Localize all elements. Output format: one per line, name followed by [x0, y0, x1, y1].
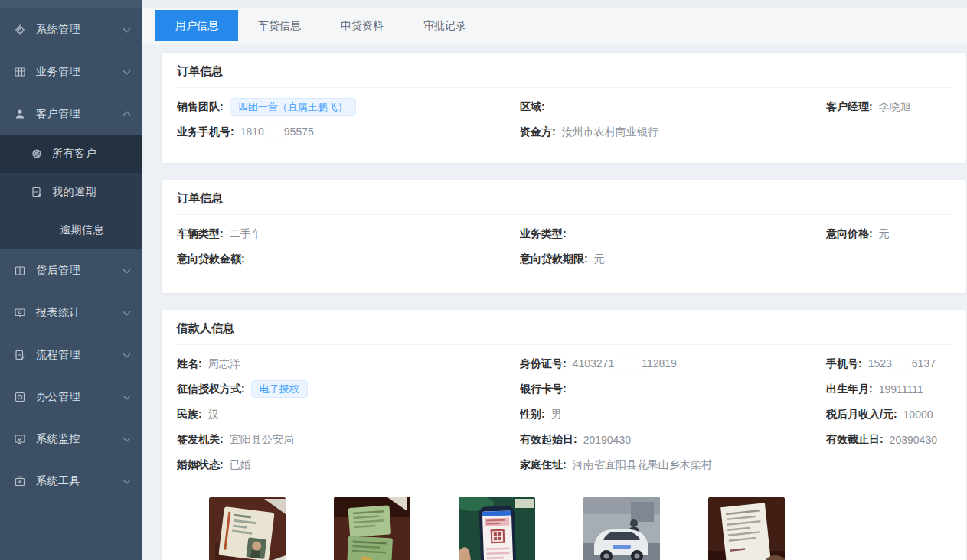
field-row: 民族: 汉 性别: 男 税后月收入/元: 10000	[177, 402, 951, 427]
sidebar-item-business-mgmt[interactable]: 业务管理	[0, 50, 142, 93]
sidebar-item-office-mgmt[interactable]: 办公管理	[0, 376, 142, 418]
sidebar-item-my-overdue[interactable]: 我的逾期	[0, 173, 142, 211]
field-label: 出生年月:	[826, 383, 873, 396]
sidebar-header-edge	[0, 0, 142, 8]
sidebar-item-label: 逾期信息	[60, 223, 129, 237]
sidebar-item-customer-mgmt[interactable]: 客户管理	[0, 93, 142, 135]
field-label: 征信授权方式:	[177, 383, 245, 396]
field-label: 业务手机号:	[177, 125, 234, 139]
field-value: 4103271112819	[573, 357, 677, 370]
sidebar-item-system-mgmt[interactable]: 系统管理	[0, 8, 142, 50]
book-icon	[14, 265, 26, 277]
field-label: 性别:	[520, 408, 545, 422]
field-label: 业务类型:	[520, 227, 567, 241]
id-card-photo[interactable]	[209, 497, 286, 560]
field-value: 19911111	[879, 383, 923, 396]
field-row: 车辆类型: 二手车 业务类型: 意向价格: 元	[177, 221, 951, 246]
chevron-down-icon	[123, 67, 131, 74]
monitor-icon	[14, 307, 26, 319]
paper-document-photo[interactable]	[708, 497, 785, 560]
sidebar-item-postloan-mgmt[interactable]: 贷后管理	[0, 249, 142, 291]
field-label: 客户经理:	[826, 100, 873, 114]
wheel-icon	[31, 148, 43, 160]
photo-item: 驾驶证照片	[334, 497, 410, 560]
grid-icon	[14, 66, 26, 78]
field-row: 业务手机号: 181095575 资金方: 汝州市农村商业银行	[177, 119, 951, 145]
field-value: 元	[879, 227, 890, 241]
sidebar-item-label: 办公管理	[36, 390, 124, 404]
sidebar-item-system-monitor[interactable]: 系统监控	[0, 418, 142, 460]
redacted-segment	[615, 359, 641, 370]
chevron-down-icon	[123, 476, 131, 483]
field-label: 婚姻状态:	[177, 458, 224, 472]
field-marital-status: 婚姻状态: 已婚	[177, 458, 520, 472]
redacted-segment	[893, 359, 911, 370]
sidebar-item-label: 流程管理	[36, 348, 124, 362]
field-label: 区域:	[520, 100, 545, 114]
cards-container: 订单信息 销售团队: 四团一营（直属王鹏飞） 区域: 客户经理: 李晓旭	[142, 44, 967, 560]
sidebar-item-overdue-info[interactable]: 逾期信息	[0, 211, 142, 249]
sidebar-item-all-customers[interactable]: 所有客户	[0, 135, 142, 173]
document-photo-row: 身份证照片	[209, 497, 951, 560]
field-value: 汉	[208, 408, 219, 422]
tab-user-info[interactable]: 用户信息	[155, 10, 238, 41]
photo-item: 材料补充	[708, 497, 785, 560]
field-business-type: 业务类型:	[520, 227, 826, 241]
sidebar-item-label: 贷后管理	[36, 264, 124, 278]
field-row: 销售团队: 四团一营（直属王鹏飞） 区域: 客户经理: 李晓旭	[177, 94, 951, 119]
field-label: 资金方:	[520, 125, 556, 139]
field-value: 20190430	[583, 434, 631, 446]
field-issuing-authority: 签发机关: 宜阳县公安局	[177, 433, 520, 447]
loan-intent-card: 订单信息 车辆类型: 二手车 业务类型: 意向价格: 元	[161, 179, 967, 294]
field-birth-date: 出生年月: 19911111	[826, 383, 951, 396]
field-monthly-income: 税后月收入/元: 10000	[826, 408, 951, 422]
photo-item: 身份证照片	[209, 497, 286, 560]
field-row: 签发机关: 宜阳县公安局 有效起始日: 20190430 有效截止日: 2039…	[177, 427, 951, 452]
field-label: 银行卡号:	[520, 383, 567, 396]
field-value: 汝州市农村商业银行	[562, 125, 658, 139]
card-title: 借款人信息	[177, 310, 951, 345]
chevron-down-icon	[123, 392, 131, 399]
field-row: 意向贷款金额: 意向贷款期限: 元	[177, 246, 951, 272]
field-label: 民族:	[177, 408, 202, 422]
field-value: 宜阳县公安局	[230, 433, 294, 447]
sidebar-item-process-mgmt[interactable]: 流程管理	[0, 334, 142, 376]
field-funder: 资金方: 汝州市农村商业银行	[520, 125, 826, 139]
sales-team-tag: 四团一营（直属王鹏飞）	[230, 98, 356, 116]
gear-icon	[14, 24, 26, 36]
car-person-photo[interactable]	[583, 497, 660, 560]
field-name: 姓名: 周志洋	[177, 357, 520, 371]
sidebar-item-system-tools[interactable]: 系统工具	[0, 460, 142, 502]
field-valid-from: 有效起始日: 20190430	[520, 433, 826, 447]
order-info-card: 订单信息 销售团队: 四团一营（直属王鹏飞） 区域: 客户经理: 李晓旭	[161, 52, 967, 164]
field-row: 征信授权方式: 电子授权 银行卡号: 出生年月: 19911111	[177, 376, 951, 402]
field-mobile-number: 手机号: 15236137	[826, 357, 951, 371]
photo-item: 征信授权码	[459, 497, 535, 560]
field-home-address: 家庭住址: 河南省宜阳县花果山乡木柴村	[520, 458, 826, 472]
card-title: 订单信息	[177, 53, 951, 88]
sidebar-item-label: 所有客户	[52, 147, 129, 161]
toolbox-icon	[14, 475, 26, 487]
sidebar-item-label: 系统监控	[36, 432, 124, 446]
field-label: 身份证号:	[520, 357, 567, 371]
sidebar-item-report-stats[interactable]: 报表统计	[0, 291, 142, 334]
tab-car-loan-info[interactable]: 车贷信息	[238, 10, 321, 41]
user-icon	[14, 108, 26, 120]
chevron-down-icon	[123, 24, 131, 32]
photo-item: 人车合影	[583, 497, 660, 560]
phone-qr-photo[interactable]	[459, 497, 535, 560]
field-loan-amount: 意向贷款金额:	[177, 252, 520, 266]
license-book-photo[interactable]	[334, 497, 410, 560]
field-row: 婚姻状态: 已婚 家庭住址: 河南省宜阳县花果山乡木柴村	[177, 452, 951, 477]
field-label: 姓名:	[177, 357, 202, 371]
monitor-check-icon	[14, 433, 26, 445]
chevron-up-icon	[123, 112, 131, 119]
tab-loan-application-docs[interactable]: 申贷资料	[321, 10, 403, 41]
field-label: 销售团队:	[177, 100, 224, 114]
field-value: 元	[594, 252, 605, 266]
field-value: 二手车	[230, 227, 262, 241]
tab-approval-records[interactable]: 审批记录	[403, 10, 486, 41]
field-label: 家庭住址:	[520, 458, 567, 472]
sidebar: 系统管理 业务管理 客户管理 所有客户	[0, 0, 142, 560]
field-label: 意向贷款金额:	[177, 252, 245, 266]
